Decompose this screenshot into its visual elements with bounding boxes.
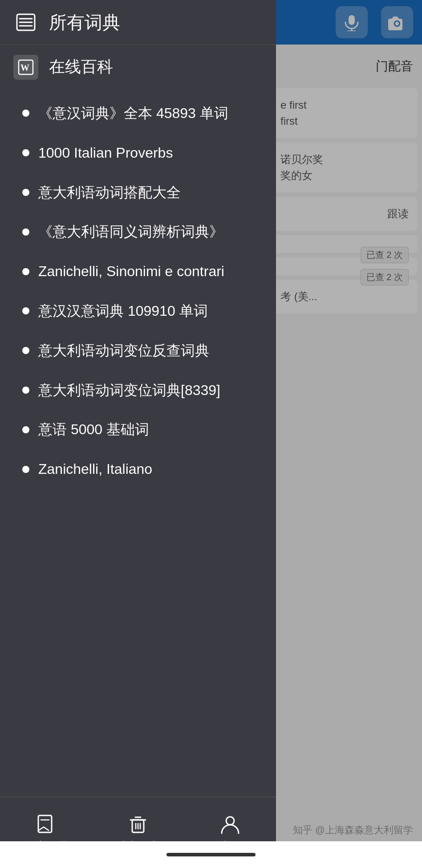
list-icon — [15, 12, 37, 33]
user-icon — [219, 812, 242, 835]
bullet-icon — [22, 307, 29, 314]
drawer-list: 《意汉词典》全本 45893 单词 1000 Italian Proverbs … — [0, 89, 276, 797]
list-item[interactable]: 1000 Italian Proverbs — [0, 133, 276, 173]
list-item[interactable]: 意语 5000 基础词 — [0, 410, 276, 449]
list-item-text: 《意汉词典》全本 45893 单词 — [38, 103, 228, 123]
list-item-text: 意汉汉意词典 109910 单词 — [38, 301, 208, 321]
list-item-text: 《意大利语同义词辨析词典》 — [38, 222, 223, 242]
list-item-text: 意大利语动词变位词典[8339] — [38, 380, 220, 400]
list-item[interactable]: Zanichelli, Sinonimi e contrari — [0, 252, 276, 291]
list-item[interactable]: 意大利语动词搭配大全 — [0, 173, 276, 212]
drawer-header-icon — [13, 10, 38, 35]
list-item-text: 意大利语动词搭配大全 — [38, 183, 181, 203]
home-indicator — [166, 853, 256, 856]
bullet-icon — [22, 149, 29, 156]
wiki-icon-box: W — [13, 55, 38, 80]
list-item-text: 1000 Italian Proverbs — [38, 143, 173, 163]
list-item-text: Zanichelli, Italiano — [38, 459, 152, 479]
svg-point-19 — [226, 817, 234, 825]
list-item-text: Zanichelli, Sinonimi e contrari — [38, 261, 224, 281]
list-item-text: 意语 5000 基础词 — [38, 420, 149, 440]
bullet-icon — [22, 110, 29, 117]
list-item[interactable]: 《意大利语同义词辨析词典》 — [0, 212, 276, 252]
drawer-title: 所有词典 — [49, 10, 120, 35]
wiki-icon: W — [17, 59, 34, 76]
bullet-icon — [22, 466, 29, 473]
system-nav-bar — [0, 841, 422, 868]
svg-text:W: W — [20, 63, 29, 73]
bookmark-icon — [34, 812, 57, 835]
list-item-text: 意大利语动词变位反查词典 — [38, 341, 209, 361]
bullet-icon — [22, 228, 29, 236]
list-item[interactable]: 意汉汉意词典 109910 单词 — [0, 291, 276, 331]
drawer-wiki-row[interactable]: W 在线百科 — [0, 45, 276, 89]
trash-icon — [126, 812, 150, 835]
bullet-icon — [22, 347, 29, 354]
drawer-wiki-label: 在线百科 — [49, 56, 113, 78]
bullet-icon — [22, 426, 29, 433]
list-item[interactable]: Zanichelli, Italiano — [0, 449, 276, 489]
bullet-icon — [22, 268, 29, 275]
list-item[interactable]: 意大利语动词变位词典[8339] — [0, 371, 276, 410]
bullet-icon — [22, 189, 29, 196]
list-item[interactable]: 《意汉词典》全本 45893 单词 — [0, 94, 276, 133]
bullet-icon — [22, 387, 29, 394]
drawer: 所有词典 W 在线百科 《意汉词典》全本 45893 单词 1000 Itali… — [0, 0, 276, 868]
drawer-header[interactable]: 所有词典 — [0, 0, 276, 45]
list-item[interactable]: 意大利语动词变位反查词典 — [0, 331, 276, 371]
